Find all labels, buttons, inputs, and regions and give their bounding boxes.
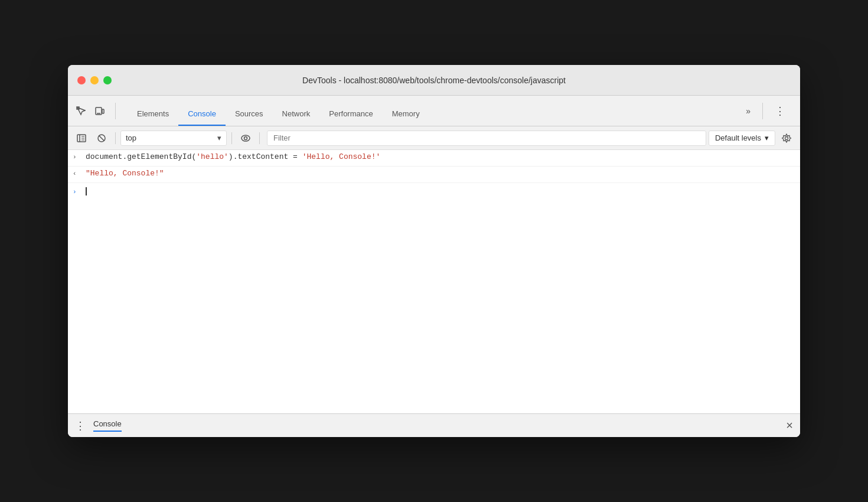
- tab-separator-right: [762, 103, 763, 119]
- log-levels-button[interactable]: Default levels ▾: [709, 131, 775, 146]
- clear-console-icon[interactable]: [93, 129, 110, 147]
- more-tabs-button[interactable]: »: [741, 104, 755, 118]
- window-title: DevTools - localhost:8080/web/tools/chro…: [302, 76, 566, 85]
- tab-sources[interactable]: Sources: [226, 102, 273, 126]
- svg-point-11: [242, 135, 250, 141]
- svg-line-10: [99, 135, 105, 141]
- console-line-1-text: document.getElementById('hello').textCon…: [86, 152, 795, 161]
- filter-input[interactable]: [267, 131, 706, 146]
- console-output: › document.getElementById('hello').textC…: [68, 150, 800, 413]
- console-input-line[interactable]: ›: [68, 183, 800, 200]
- settings-icon[interactable]: [778, 129, 795, 147]
- title-bar: DevTools - localhost:8080/web/tools/chro…: [68, 65, 800, 96]
- console-toolbar: top ▾ Default levels ▾: [68, 126, 800, 150]
- tabs-container: Elements Console Sources Network Perform…: [128, 96, 736, 126]
- traffic-lights: [77, 76, 112, 84]
- console-line-2: ‹ "Hello, Console!": [68, 167, 800, 183]
- svg-rect-2: [102, 109, 104, 113]
- svg-point-13: [785, 136, 788, 139]
- right-arrow-icon-2: ›: [73, 188, 81, 195]
- bottom-close-icon[interactable]: ×: [786, 419, 793, 432]
- maximize-button[interactable]: [103, 76, 112, 84]
- eye-icon[interactable]: [237, 129, 254, 147]
- bottom-console-tab[interactable]: Console: [93, 419, 122, 432]
- right-arrow-icon-1: ›: [73, 154, 81, 161]
- tab-memory[interactable]: Memory: [383, 102, 429, 126]
- devtools-menu-button[interactable]: ⋮: [770, 102, 791, 120]
- levels-dropdown-icon: ▾: [765, 133, 769, 142]
- toolbar-sep-3: [259, 132, 260, 144]
- bottom-bar: ⋮ Console ×: [68, 413, 800, 437]
- device-toggle-icon[interactable]: [92, 103, 108, 119]
- console-line-1: › document.getElementById('hello').textC…: [68, 150, 800, 167]
- close-button[interactable]: [77, 76, 86, 84]
- dropdown-arrow-icon: ▾: [217, 133, 221, 142]
- svg-point-12: [244, 136, 247, 139]
- toolbar-sep-1: [115, 132, 116, 144]
- tab-bar: Elements Console Sources Network Perform…: [68, 96, 800, 126]
- bottom-kebab-icon[interactable]: ⋮: [75, 419, 86, 432]
- left-arrow-icon: ‹: [73, 170, 81, 177]
- tab-console[interactable]: Console: [178, 102, 226, 126]
- toolbar-sep-2: [231, 132, 232, 144]
- devtools-window: DevTools - localhost:8080/web/tools/chro…: [68, 65, 800, 437]
- tab-bar-right: » ⋮: [736, 96, 795, 126]
- tab-elements[interactable]: Elements: [128, 102, 178, 126]
- tab-bar-left-icons: [73, 96, 128, 126]
- inspect-icon[interactable]: [73, 103, 89, 119]
- context-selector[interactable]: top ▾: [120, 131, 227, 146]
- cursor: [86, 187, 87, 195]
- tab-separator: [115, 103, 116, 119]
- tab-performance[interactable]: Performance: [319, 102, 382, 126]
- tab-network[interactable]: Network: [273, 102, 320, 126]
- minimize-button[interactable]: [90, 76, 99, 84]
- console-line-2-text: "Hello, Console!": [86, 169, 795, 178]
- sidebar-toggle-icon[interactable]: [73, 129, 90, 147]
